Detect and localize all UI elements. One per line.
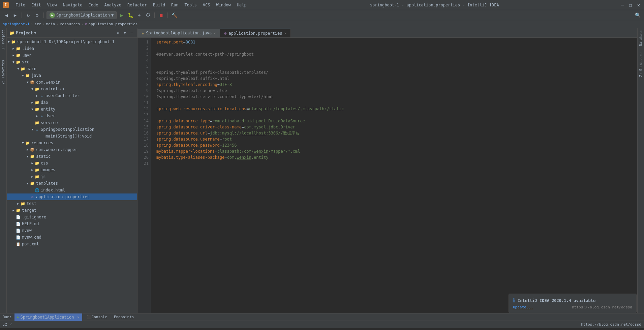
menu-vcs[interactable]: VCS [200,2,213,8]
tree-item[interactable]: ▼ 📁 static [7,153,137,160]
sidebar-label-favorites[interactable]: 2: Favorites [1,60,5,84]
tree-item[interactable]: ▼ 📁 resources [7,140,137,146]
tree-item[interactable]: ▶ 📁 js [7,173,137,180]
tree-item[interactable]: ▶ 📁 images [7,167,137,173]
debug-button[interactable]: 🐛 [127,11,134,19]
endpoints-tab[interactable]: Endpoints [112,313,136,321]
tree-item[interactable]: 🌐 index.html [7,187,137,193]
search-everywhere-button[interactable]: 🔍 [634,11,641,19]
profile-button[interactable]: ⏱ [144,11,152,19]
panel-settings-button[interactable]: ⚙ [122,30,128,36]
menu-refactor[interactable]: Refactor [125,2,150,8]
menu-navigate[interactable]: Navigate [60,2,85,8]
panel-minimize-button[interactable]: ─ [129,30,134,36]
tree-item[interactable]: ▶ 📁 target [7,207,137,214]
line-number: 6 [146,69,149,76]
console-tab[interactable]: ⬛ Console [85,313,109,321]
back-button[interactable]: ◀ [3,11,10,19]
tree-item[interactable]: ▶ 📦 com.wenxin.mapper [7,146,137,153]
tab-close-props[interactable]: ✕ [284,31,286,35]
breadcrumb-resources[interactable]: resources [60,22,80,26]
tree-arrow: ▼ [16,67,20,70]
tree-item[interactable]: ▶ 📁 .mvn [7,52,137,59]
project-dropdown-icon[interactable]: 📁 [9,31,14,35]
close-button[interactable]: ✕ [636,2,641,8]
tree-item[interactable]: ▶ ☕ userController [7,92,137,99]
code-line: spring.datasource.password=123456 [156,142,637,148]
code-token: = [183,39,185,45]
line-number: 18 [144,142,149,148]
tree-item[interactable]: ▼ 📁 entity [7,106,137,113]
tree-arrow: ▼ [26,81,30,84]
tree-item[interactable]: 📄 HELP.md [7,220,137,227]
tree-item[interactable]: ▶ 📁 css [7,160,137,167]
code-token: wenxin [237,154,251,160]
settings-icon[interactable]: ⚙ [33,11,41,19]
tree-item[interactable]: 📄 .gitignore [7,214,137,220]
code-token: 123456 [222,142,237,148]
stop-button[interactable]: ■ [157,11,165,19]
tree-label: service [41,120,58,125]
menu-run[interactable]: Run [168,2,181,8]
code-token: /mapper/*.xml [268,148,300,154]
tree-item[interactable]: ▼ 📁 java [7,72,137,79]
menu-tools[interactable]: Tools [182,2,200,8]
tree-item[interactable]: ▶ 📁 .idea [7,45,137,52]
menu-help[interactable]: Help [234,2,249,8]
tree-item[interactable]: ▶ 📁 dao [7,99,137,106]
coverage-button[interactable]: ☂ [135,11,143,19]
tab-application-properties[interactable]: ⚙ application.properties ✕ [220,29,290,37]
code-token: #spring.thymeleaf.prefix=classpath:/temp… [156,69,268,76]
tree-item[interactable]: ▼ 📁 main [7,65,137,72]
menu-code[interactable]: Code [86,2,101,8]
line-number: 14 [144,118,149,124]
tree-item[interactable]: 📄 mvnw.cmd [7,234,137,241]
minimize-button[interactable]: ─ [620,2,625,8]
run-button[interactable]: ▶ [118,11,125,19]
tree-item[interactable]: main(String[]):void [7,133,137,140]
tree-item[interactable]: ▶ 📁 test [7,200,137,207]
tab-close-java[interactable]: ✕ [214,31,216,35]
sidebar-label-structure[interactable]: Z: Structure [639,53,643,77]
tree-item[interactable]: ▼ 📁 templates [7,180,137,187]
run-tab-close[interactable]: ✕ [77,315,79,319]
run-config-dropdown[interactable]: ▶ Springboot1Application ▼ [47,11,117,19]
sidebar-label-project[interactable]: 1: Project [1,30,5,50]
tree-label: application.properties [36,194,90,199]
run-tab-springboot[interactable]: ▶ Springboot1Application ✕ [14,313,82,321]
menu-file[interactable]: File [13,2,28,8]
code-content[interactable]: server.port=8081#server.servlet.context-… [151,38,637,313]
tree-item[interactable]: ▼ ☕ Springboot1Application [7,126,137,133]
sidebar-label-database[interactable]: Database [639,30,643,46]
tree-item[interactable]: ▼ 📁 controller [7,86,137,92]
build-button[interactable]: 🔨 [171,11,178,19]
tree-item[interactable]: ▶ ☕ User [7,113,137,119]
forward-button[interactable]: ▶ [11,11,19,19]
breadcrumb-src[interactable]: src [34,22,41,26]
breadcrumb-main[interactable]: main [46,22,55,26]
restore-button[interactable]: ❐ [628,2,633,8]
tree-item[interactable]: ▼ 📦 com.wenxin [7,79,137,86]
breadcrumb-props[interactable]: application.properties [89,22,138,26]
tab-springboot-application[interactable]: ☕ Springboot1Application.java ✕ [137,29,220,37]
menu-edit[interactable]: Edit [29,2,44,8]
tree-item[interactable]: 📋 pom.xml [7,241,137,247]
menu-build[interactable]: Build [150,2,168,8]
tree-file-icon: 📦 [30,80,35,85]
tree-item[interactable]: 📄 mvnw [7,227,137,234]
tree-item[interactable]: ⚙ application.properties [7,193,137,200]
menu-view[interactable]: View [44,2,60,8]
menu-window[interactable]: Window [213,2,233,8]
tree-item[interactable]: 📁 service [7,119,137,126]
panel-locate-button[interactable]: ⊕ [116,30,121,36]
sync-icon[interactable]: ↻ [25,11,32,19]
run-tab-label: Springboot1Application [21,315,74,320]
menu-analyze[interactable]: Analyze [101,2,124,8]
tree-item[interactable]: ▼ 📁 src [7,59,137,65]
notif-update-link[interactable]: Update... [513,305,533,309]
panel-dropdown-arrow[interactable]: ▼ [34,31,36,35]
code-line [156,100,637,106]
far-right-panel: Database Z: Structure [637,28,644,313]
tree-item[interactable]: ▼ 📁 springboot-1 D:\IDEAproject\springbo… [7,38,137,45]
breadcrumb-root[interactable]: springboot-1 [3,22,29,26]
